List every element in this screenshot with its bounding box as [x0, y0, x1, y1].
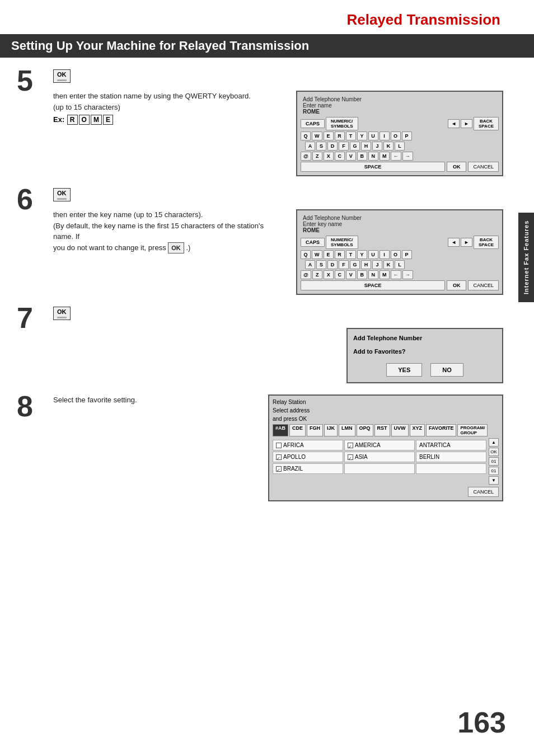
- kb5-at[interactable]: @: [301, 152, 311, 161]
- kb5-l[interactable]: L: [395, 142, 405, 151]
- kb5-m[interactable]: M: [380, 152, 390, 161]
- kb5-q[interactable]: Q: [301, 132, 311, 140]
- kb5-caps[interactable]: CAPS: [301, 119, 325, 128]
- kb5-rt[interactable]: →: [402, 152, 413, 161]
- kb5-a[interactable]: A: [305, 142, 315, 151]
- kb5-p[interactable]: P: [402, 132, 412, 140]
- kb5-n[interactable]: N: [368, 152, 378, 161]
- kb6-right[interactable]: ►: [461, 238, 472, 247]
- kb6-x[interactable]: X: [324, 270, 334, 279]
- addr-empty2[interactable]: [416, 463, 486, 474]
- addr-brazil-checkbox[interactable]: [276, 466, 282, 472]
- kb6-rt[interactable]: →: [402, 270, 413, 279]
- addr-america[interactable]: AMERICA: [344, 440, 415, 450]
- kb5-i[interactable]: I: [380, 132, 390, 140]
- kb6-z[interactable]: Z: [312, 270, 322, 279]
- ok-button-5[interactable]: OK: [53, 69, 71, 83]
- kb5-cancel[interactable]: CANCEL: [468, 162, 499, 172]
- kb5-ok[interactable]: OK: [447, 162, 467, 172]
- kb6-d[interactable]: D: [327, 260, 338, 269]
- dialog7-yes[interactable]: YES: [386, 363, 422, 377]
- kb6-r[interactable]: R: [335, 250, 345, 259]
- kb5-g[interactable]: G: [350, 142, 360, 151]
- addr-apollo-checkbox[interactable]: [276, 454, 282, 460]
- addr-tab-fgh[interactable]: FGH: [307, 424, 323, 436]
- kb5-j[interactable]: J: [372, 142, 382, 151]
- kb6-m[interactable]: M: [380, 270, 390, 279]
- addr-antartica[interactable]: ANTARTICA: [416, 440, 486, 450]
- addr-africa-checkbox[interactable]: [276, 443, 282, 448]
- kb6-backspace[interactable]: BACKSPACE: [474, 236, 499, 249]
- addr-tab-opq[interactable]: OPQ: [357, 424, 373, 436]
- kb5-o[interactable]: O: [391, 132, 401, 140]
- kb5-r[interactable]: R: [335, 132, 345, 140]
- addr-asia[interactable]: ASIA: [344, 452, 415, 462]
- kb6-space[interactable]: SPACE: [301, 280, 445, 290]
- dialog7-no[interactable]: NO: [430, 363, 463, 377]
- kb6-k[interactable]: K: [383, 260, 394, 269]
- ok-inline-6[interactable]: OK: [168, 242, 184, 254]
- kb6-f[interactable]: F: [339, 260, 349, 269]
- kb5-c[interactable]: C: [335, 152, 345, 161]
- kb6-lt[interactable]: ←: [391, 270, 401, 279]
- kb6-left[interactable]: ◄: [448, 238, 460, 247]
- kb5-left[interactable]: ◄: [448, 119, 460, 128]
- ok-button-7[interactable]: OK: [53, 307, 71, 320]
- ok-button-6[interactable]: OK: [53, 188, 71, 201]
- kb5-h[interactable]: H: [361, 142, 371, 151]
- addr-america-checkbox[interactable]: [348, 443, 353, 448]
- scroll-up-icon[interactable]: ▲: [489, 438, 499, 447]
- kb6-u[interactable]: U: [368, 250, 378, 259]
- addr-berlin[interactable]: BERLIN: [416, 452, 486, 462]
- kb6-w[interactable]: W: [312, 250, 322, 259]
- addr-asia-checkbox[interactable]: [348, 454, 353, 460]
- kb6-numeric[interactable]: NUMERIC/SYMBOLS: [326, 236, 358, 249]
- kb6-n[interactable]: N: [368, 270, 378, 279]
- scroll-down-icon[interactable]: ▼: [489, 476, 499, 485]
- kb5-numeric[interactable]: NUMERIC/SYMBOLS: [326, 117, 358, 130]
- kb5-s[interactable]: S: [316, 142, 326, 151]
- addr-tab-ab[interactable]: #AB: [273, 424, 288, 436]
- kb5-lt[interactable]: ←: [391, 152, 401, 161]
- kb6-e[interactable]: E: [324, 250, 334, 259]
- addr-brazil[interactable]: BRAZIL: [273, 463, 343, 474]
- kb6-c[interactable]: C: [335, 270, 345, 279]
- kb5-space[interactable]: SPACE: [301, 162, 445, 172]
- kb6-h[interactable]: H: [361, 260, 371, 269]
- addr-empty1[interactable]: [344, 463, 415, 474]
- kb6-p[interactable]: P: [402, 250, 412, 259]
- addr-tab-rst[interactable]: RST: [374, 424, 390, 436]
- addr-apollo[interactable]: APOLLO: [273, 452, 343, 462]
- addr-tab-fav[interactable]: FAVORITE: [426, 424, 456, 436]
- kb6-o[interactable]: O: [391, 250, 401, 259]
- kb5-right[interactable]: ►: [461, 119, 472, 128]
- kb6-l[interactable]: L: [395, 260, 405, 269]
- kb5-t[interactable]: T: [346, 132, 356, 140]
- kb6-v[interactable]: V: [346, 270, 356, 279]
- addr-tab-cde[interactable]: CDE: [289, 424, 306, 436]
- kb5-x[interactable]: X: [324, 152, 334, 161]
- kb5-d[interactable]: D: [327, 142, 338, 151]
- addr-tab-ijk[interactable]: IJK: [324, 424, 338, 436]
- kb5-z[interactable]: Z: [312, 152, 322, 161]
- kb5-k[interactable]: K: [383, 142, 394, 151]
- kb6-g[interactable]: G: [350, 260, 360, 269]
- kb6-ok[interactable]: OK: [447, 280, 467, 290]
- kb5-backspace[interactable]: BACKSPACE: [474, 117, 499, 130]
- kb6-b[interactable]: B: [357, 270, 367, 279]
- kb5-y[interactable]: Y: [357, 132, 367, 140]
- kb6-y[interactable]: Y: [357, 250, 367, 259]
- kb6-t[interactable]: T: [346, 250, 356, 259]
- addr-ok-btn[interactable]: OK: [489, 448, 499, 456]
- kb6-caps[interactable]: CAPS: [301, 238, 325, 247]
- addr-tab-xyz[interactable]: XYZ: [410, 424, 425, 436]
- addr-tab-lmn[interactable]: LMN: [339, 424, 355, 436]
- addr-cancel-btn[interactable]: CANCEL: [468, 487, 499, 497]
- kb6-j[interactable]: J: [372, 260, 382, 269]
- addr-tab-uvw[interactable]: UVW: [391, 424, 409, 436]
- kb6-s[interactable]: S: [316, 260, 326, 269]
- kb6-cancel[interactable]: CANCEL: [468, 280, 499, 290]
- kb5-v[interactable]: V: [346, 152, 356, 161]
- kb5-b[interactable]: B: [357, 152, 367, 161]
- kb5-u[interactable]: U: [368, 132, 378, 140]
